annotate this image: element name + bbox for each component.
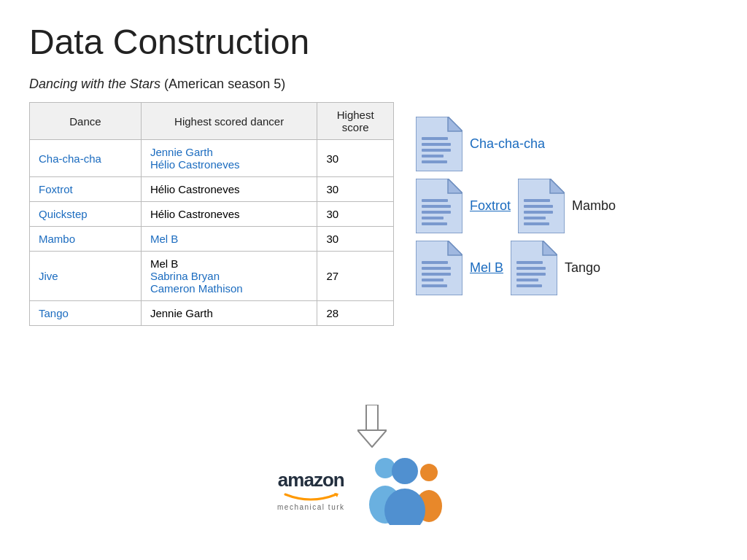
dance-link-mambo[interactable]: Mambo: [39, 233, 75, 245]
svg-rect-31: [516, 267, 546, 270]
amazon-mturk-logo: amazon mechanical turk: [277, 469, 345, 511]
amazon-text: amazon: [278, 469, 344, 491]
svg-rect-34: [516, 284, 542, 287]
people-icons: [360, 452, 454, 525]
svg-marker-15: [550, 179, 565, 193]
diagram-link-cha[interactable]: Cha-cha-cha: [470, 136, 545, 151]
svg-rect-27: [422, 284, 447, 287]
diagram-row-cha: Cha-cha-cha: [416, 117, 744, 171]
svg-rect-18: [524, 211, 553, 214]
svg-rect-24: [422, 267, 451, 270]
svg-rect-25: [422, 273, 451, 276]
diagram: Cha-cha-cha Foxtrot: [416, 117, 744, 303]
doc-icon-melb: [416, 241, 462, 295]
svg-rect-13: [422, 222, 447, 225]
table-row: Tango Jennie Garth 28: [30, 301, 394, 326]
diagram-link-melb[interactable]: Mel B: [470, 260, 503, 275]
diagram-label-cha: Cha-cha-cha: [470, 136, 545, 152]
score-jive: 27: [317, 252, 394, 301]
svg-rect-5: [422, 155, 444, 158]
doc-icon-tango: [511, 241, 557, 295]
diagram-label-tango: Tango: [565, 260, 600, 276]
diagram-label-foxtrot: Foxtrot: [470, 198, 511, 214]
col-header-score: Highestscore: [317, 103, 394, 140]
svg-rect-6: [422, 160, 447, 163]
dancer-quickstep: Hélio Castroneves: [141, 202, 317, 227]
diagram-label-mambo: Mambo: [572, 198, 616, 214]
svg-marker-36: [357, 430, 387, 447]
dancer-link-jennie[interactable]: Jennie Garth: [150, 146, 213, 158]
dancer-link-helio1[interactable]: Hélio Castroneves: [150, 158, 240, 171]
svg-rect-32: [516, 273, 546, 276]
dancer-link-sabrina[interactable]: Sabrina Bryan: [150, 270, 220, 282]
dance-link-foxtrot[interactable]: Foxtrot: [39, 183, 73, 195]
subtitle-italic: Dancing with the Stars: [29, 77, 160, 91]
dancer-melb2: Mel B: [150, 257, 178, 270]
table-row: Cha-cha-cha Jennie GarthHélio Castroneve…: [30, 140, 394, 177]
amazon-smile-icon: [282, 491, 340, 503]
svg-rect-3: [422, 143, 451, 146]
score-foxtrot: 30: [317, 177, 394, 202]
doc-icon-foxtrot: [416, 179, 462, 233]
score-cha: 30: [317, 140, 394, 177]
dancer-foxtrot: Hélio Castroneves: [141, 177, 317, 202]
svg-rect-26: [422, 279, 444, 281]
table-row: Jive Mel B Sabrina Bryan Cameron Mathiso…: [30, 252, 394, 301]
data-table: Dance Highest scored dancer Highestscore…: [29, 102, 394, 326]
col-header-dance: Dance: [30, 103, 142, 140]
svg-rect-10: [422, 205, 451, 208]
mechanical-turk-text: mechanical turk: [277, 503, 345, 511]
svg-rect-35: [366, 405, 378, 430]
svg-rect-16: [524, 199, 550, 202]
score-tango: 28: [317, 301, 394, 326]
svg-marker-1: [448, 117, 462, 131]
subtitle: Dancing with the Stars (American season …: [29, 77, 718, 92]
svg-point-42: [392, 458, 418, 484]
svg-point-40: [420, 464, 438, 481]
down-arrow-icon: [357, 405, 387, 448]
svg-rect-20: [524, 222, 549, 225]
people-group: [360, 452, 454, 528]
score-mambo: 30: [317, 227, 394, 252]
dance-link-quickstep[interactable]: Quickstep: [39, 208, 88, 220]
dancer-tango: Jennie Garth: [141, 301, 317, 326]
svg-rect-11: [422, 211, 451, 214]
bottom-section: amazon mechanical turk: [277, 452, 454, 528]
dance-link-cha[interactable]: Cha-cha-cha: [39, 152, 101, 165]
dance-link-tango[interactable]: Tango: [39, 307, 69, 319]
svg-rect-30: [516, 261, 543, 264]
down-arrow-section: [357, 405, 387, 448]
svg-rect-4: [422, 149, 451, 152]
score-quickstep: 30: [317, 202, 394, 227]
dancer-link-cameron[interactable]: Cameron Mathison: [150, 282, 243, 295]
svg-rect-17: [524, 205, 553, 208]
svg-rect-19: [524, 217, 546, 219]
table-row: Mambo Mel B 30: [30, 227, 394, 252]
table-row: Quickstep Hélio Castroneves 30: [30, 202, 394, 227]
svg-marker-22: [448, 241, 462, 255]
subtitle-rest: (American season 5): [164, 77, 285, 91]
svg-rect-2: [422, 137, 448, 140]
col-header-dancer: Highest scored dancer: [141, 103, 317, 140]
svg-marker-29: [543, 241, 557, 255]
dance-link-jive[interactable]: Jive: [39, 270, 58, 282]
doc-icon-cha: [416, 117, 462, 171]
svg-rect-23: [422, 261, 448, 264]
diagram-link-foxtrot[interactable]: Foxtrot: [470, 198, 511, 213]
dancer-link-melb1[interactable]: Mel B: [150, 233, 178, 245]
svg-marker-8: [448, 179, 462, 193]
svg-rect-33: [516, 279, 538, 281]
svg-rect-12: [422, 217, 444, 219]
svg-rect-9: [422, 199, 448, 202]
diagram-label-melb: Mel B: [470, 260, 503, 276]
table-row: Foxtrot Hélio Castroneves 30: [30, 177, 394, 202]
page-title: Data Construction: [29, 22, 718, 62]
doc-icon-mambo: [518, 179, 565, 233]
